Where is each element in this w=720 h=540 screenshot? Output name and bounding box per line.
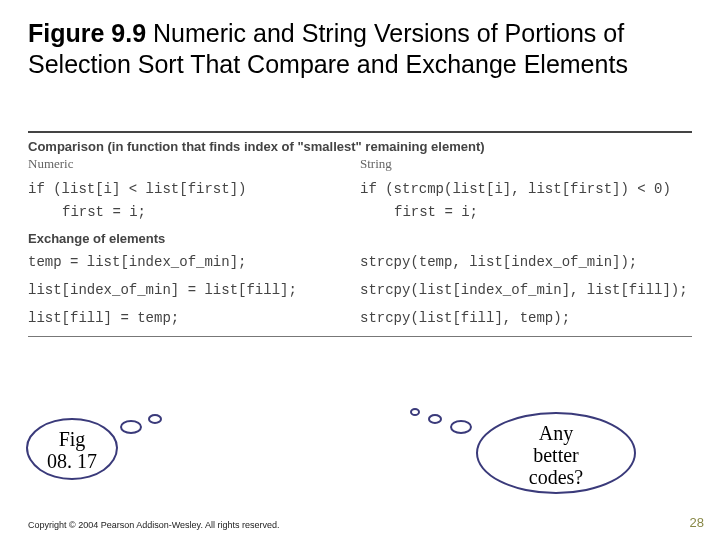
numeric-compare-code: if (list[i] < list[first]) first = i; [28,178,360,226]
callout-tail [120,420,142,434]
callout-line: Fig [28,428,116,450]
string-label: String [360,156,692,172]
code-line: if (strcmp(list[i], list[first]) < 0) [360,181,671,197]
figure-number: Figure 9.9 [28,19,146,47]
callout-tail [410,408,420,416]
code-line: strcpy(temp, list[index_of_min]); [360,248,692,276]
code-line: list[index_of_min] = list[fill]; [28,276,360,304]
numeric-exchange-code: temp = list[index_of_min];list[index_of_… [28,248,360,332]
section1-columns: Numeric if (list[i] < list[first]) first… [28,156,692,226]
slide: Figure 9.9 Numeric and String Versions o… [0,0,720,540]
string-exchange-code: strcpy(temp, list[index_of_min]);strcpy(… [360,248,692,332]
section2-heading: Exchange of elements [28,231,692,246]
section2-columns: temp = list[index_of_min];list[index_of_… [28,248,692,332]
callout-line: 08. 17 [28,450,116,472]
callout-fig-ref: Fig 08. 17 [26,418,118,480]
numeric-label: Numeric [28,156,360,172]
callout-line: codes? [478,466,634,488]
section1-heading: Comparison (in function that finds index… [28,139,692,154]
callout-line: better [478,444,634,466]
comparison-table: Comparison (in function that finds index… [28,131,692,338]
section2-numeric-col: temp = list[index_of_min];list[index_of_… [28,248,360,332]
slide-title: Figure 9.9 Numeric and String Versions o… [28,18,692,81]
callout-tail [148,414,162,424]
code-line: strcpy(list[fill], temp); [360,304,692,332]
copyright-text: Copyright © 2004 Pearson Addison-Wesley.… [28,520,279,530]
string-compare-code: if (strcmp(list[i], list[first]) < 0) fi… [360,178,692,226]
page-number: 28 [690,515,704,530]
section2-string-col: strcpy(temp, list[index_of_min]);strcpy(… [360,248,692,332]
code-line: list[fill] = temp; [28,304,360,332]
section1-string-col: String if (strcmp(list[i], list[first]) … [360,156,692,226]
code-line: first = i; [360,201,692,225]
rule-top [28,131,692,133]
section1-numeric-col: Numeric if (list[i] < list[first]) first… [28,156,360,226]
code-line: first = i; [28,201,360,225]
callout-tail [428,414,442,424]
callout-tail [450,420,472,434]
code-line: strcpy(list[index_of_min], list[fill]); [360,276,692,304]
rule-bottom [28,336,692,337]
code-line: temp = list[index_of_min]; [28,248,360,276]
callout-line: Any [478,422,634,444]
callout-question: Any better codes? [476,412,636,494]
code-line: if (list[i] < list[first]) [28,181,246,197]
